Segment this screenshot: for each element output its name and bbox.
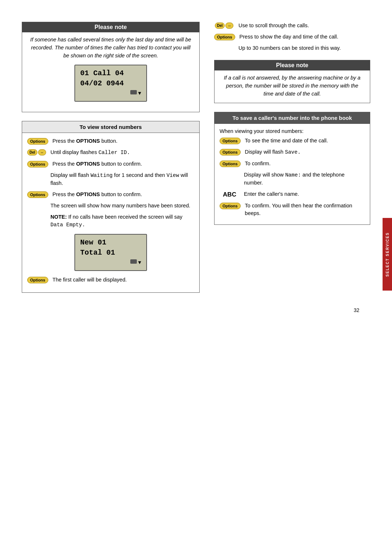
options-btn-save-6[interactable]: Options (220, 203, 241, 209)
please-note-header-right: Please note (215, 60, 370, 70)
save-text-2: Display will flash Save. (245, 148, 365, 156)
lcd-screen-1: 01 Call 04 04/02 0944 ▼ (74, 65, 147, 102)
please-note-header-top: Please note (22, 22, 199, 32)
please-note-box-right: Please note If a call is not answered, b… (214, 60, 370, 103)
to-view-header: To view stored numbers (22, 121, 199, 133)
step-text-1: Press the OPTIONS button. (53, 137, 194, 145)
options-bold-1: OPTIONS (76, 138, 100, 144)
save-icon-2: Options (220, 148, 241, 155)
save-icon-6: Options (220, 202, 241, 209)
right-step-1: Del ↔ Use to scroll through the calls. (214, 22, 370, 29)
side-tab-container[interactable]: SELECT SERVICES (383, 218, 392, 291)
save-icon-1: Options (220, 137, 241, 144)
waiting-mono: Waiting (90, 173, 113, 178)
side-tab-text: SELECT SERVICES (385, 232, 389, 277)
save-step-4: Display will show Name: and the telephon… (215, 171, 370, 187)
lcd-line2: 04/02 0944 (80, 78, 141, 89)
options-label-1: Options (30, 139, 45, 143)
save-caller-header: To save a caller's number into the phone… (215, 112, 370, 124)
options-label-save-3: Options (222, 162, 238, 166)
options-btn-5[interactable]: Options (27, 191, 48, 198)
options-btn-1[interactable]: Options (27, 138, 48, 145)
lcd-screen-2: New 01 Total 01 ▼ (74, 234, 147, 271)
save-text-6: To confirm. You will then hear the confi… (245, 202, 365, 217)
scroll-section: Del ↔ Use to scroll through the calls. O… (214, 22, 370, 52)
options-btn-3[interactable]: Options (27, 161, 48, 167)
name-mono: Name: (285, 172, 301, 178)
step-text-last: The first caller will be displayed. (53, 276, 194, 284)
scroll-btn-right-1[interactable]: Del ↔ (215, 23, 234, 29)
save-step-6: Options To confirm. You will then hear t… (215, 202, 370, 217)
save-step-1: Options To see the time and date of the … (215, 137, 370, 145)
step-row-3: Options Press the OPTIONS button to conf… (22, 160, 199, 168)
right-icon-2: Options (214, 33, 235, 40)
save-text-1: To see the time and date of the call. (245, 137, 365, 145)
to-view-section-box: To view stored numbers Options Press the… (22, 121, 200, 293)
lcd-arrow: ▼ (138, 90, 141, 97)
save-caller-header-text: To save a caller's number into the phone… (232, 115, 352, 121)
scroll-fwd-r: ↔ (225, 23, 233, 29)
options-label-save-6: Options (222, 204, 238, 208)
right-text-3: Up to 30 numbers can be stored in this w… (238, 44, 370, 52)
step-text-3: Press the OPTIONS button to confirm. (53, 160, 194, 168)
step-row-6: The screen will show how many numbers ha… (22, 202, 199, 210)
lcd2-line1: New 01 (80, 238, 141, 248)
intro-text: When viewing your stored numbers: (220, 128, 303, 134)
right-icon-3 (214, 44, 234, 45)
right-step-3: Up to 30 numbers can be stored in this w… (214, 44, 370, 52)
data-empty-mono: Data Empty. (50, 222, 85, 228)
please-note-body-right: If a call is not answered, by the answer… (215, 74, 370, 98)
step-icon-5: Options (27, 191, 48, 198)
right-text-1: Use to scroll through the calls. (238, 22, 370, 29)
scroll-btn-2[interactable]: Del ↔ (27, 149, 46, 155)
options-label-last: Options (30, 278, 45, 282)
options-btn-right-2[interactable]: Options (214, 34, 235, 40)
right-step-2: Options Press to show the day and time o… (214, 33, 370, 41)
save-mono: Save. (285, 149, 301, 155)
options-btn-save-2[interactable]: Options (220, 149, 241, 155)
right-text-2: Press to show the day and time of the ca… (240, 33, 370, 41)
scroll-fwd: ↔ (38, 149, 46, 155)
step-row-2: Del ↔ Until display flashes Caller ID. (22, 149, 199, 157)
save-step-3: Options To confirm. (215, 160, 370, 167)
step-icon-last: Options (27, 276, 48, 283)
caller-id-mono: Caller ID. (98, 150, 130, 155)
please-note-box-top: Please note If someone has called severa… (22, 22, 200, 112)
save-icon-4 (220, 171, 240, 172)
step-row-last: Options The first caller will be display… (22, 276, 199, 284)
step-icon-2: Del ↔ (27, 149, 46, 155)
save-step-5: ABC Enter the caller's name. (215, 190, 370, 198)
step-row-1: Options Press the OPTIONS button. (22, 137, 199, 145)
lcd-arrow-2: ▼ (138, 259, 141, 267)
note-label: NOTE: (50, 214, 67, 220)
lcd-icon-1 (130, 90, 137, 94)
options-label-save-2: Options (222, 150, 238, 154)
step-row-4: Display will flash Waiting for 1 second … (22, 171, 199, 187)
options-btn-save-3[interactable]: Options (220, 161, 241, 167)
step-icon-7 (27, 213, 46, 214)
step-icon-6 (27, 202, 46, 203)
right-icon-1: Del ↔ (214, 22, 234, 29)
save-icon-3: Options (220, 160, 241, 167)
step-icon-4 (27, 171, 46, 172)
view-mono: View (167, 173, 179, 178)
save-text-5: Enter the caller's name. (244, 190, 365, 198)
save-icon-5: ABC (220, 190, 240, 198)
step-text-2: Until display flashes Caller ID. (50, 149, 194, 157)
step-icon-1: Options (27, 137, 48, 145)
save-caller-intro: When viewing your stored numbers: (215, 128, 370, 137)
save-caller-box: To save a caller's number into the phone… (214, 112, 370, 225)
options-btn-last[interactable]: Options (27, 277, 48, 283)
options-bold-3: OPTIONS (76, 161, 100, 167)
step-row-7: NOTE: If no calls have been received the… (22, 213, 199, 229)
step-text-4: Display will flash Waiting for 1 second … (50, 171, 194, 187)
abc-label: ABC (223, 191, 236, 198)
left-column: Please note If someone has called severa… (22, 22, 200, 296)
save-text-4: Display will show Name: and the telephon… (244, 171, 365, 187)
please-note-body-top: If someone has called several times only… (22, 36, 199, 60)
step-icon-3: Options (27, 160, 48, 167)
step-text-6: The screen will show how many numbers ha… (50, 202, 194, 210)
options-btn-save-1[interactable]: Options (220, 138, 241, 144)
lcd2-line2: Total 01 (80, 248, 141, 258)
lcd-icon-2 (130, 259, 137, 264)
